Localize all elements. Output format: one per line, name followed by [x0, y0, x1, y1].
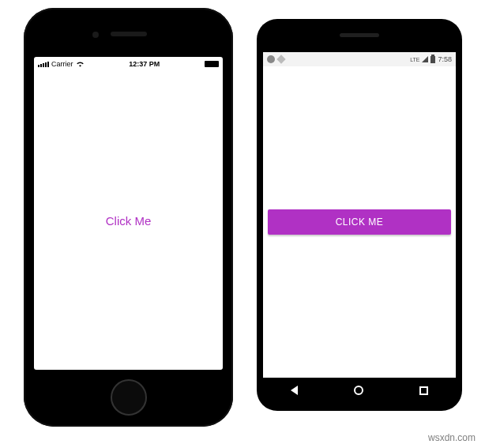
ios-status-bar: Carrier 12:37 PM	[34, 57, 223, 71]
iphone-earpiece	[111, 32, 147, 36]
click-me-button[interactable]: Click Me	[106, 214, 152, 228]
android-status-bar: LTE 7:58	[263, 52, 456, 66]
android-app-content: CLICK ME	[263, 66, 456, 378]
android-nav-bar	[263, 378, 456, 403]
android-screen: LTE 7:58 CLICK ME	[263, 52, 456, 403]
iphone-device-frame: Carrier 12:37 PM Click Me	[24, 8, 233, 427]
wifi-icon	[76, 61, 85, 67]
click-me-button[interactable]: CLICK ME	[268, 209, 451, 235]
status-time: 12:37 PM	[129, 60, 160, 68]
signal-triangle-icon	[422, 56, 428, 62]
status-time: 7:58	[438, 55, 452, 63]
carrier-label: Carrier	[51, 60, 73, 68]
watermark-text: wsxdn.com	[428, 432, 476, 443]
nav-recent-icon[interactable]	[419, 386, 428, 395]
notification-circle-icon	[267, 55, 275, 63]
notification-diamond-icon	[276, 55, 285, 63]
iphone-camera-dot	[92, 32, 99, 38]
network-label: LTE	[410, 57, 419, 62]
battery-icon	[430, 56, 435, 63]
iphone-screen: Carrier 12:37 PM Click Me	[34, 57, 223, 370]
battery-icon	[205, 61, 219, 67]
nav-home-icon[interactable]	[354, 386, 363, 395]
signal-bars-icon	[38, 62, 49, 67]
android-earpiece	[340, 33, 379, 37]
ios-app-content: Click Me	[34, 71, 223, 370]
iphone-home-button[interactable]	[111, 379, 147, 416]
android-device-frame: LTE 7:58 CLICK ME	[257, 19, 462, 411]
nav-back-icon[interactable]	[291, 386, 298, 395]
